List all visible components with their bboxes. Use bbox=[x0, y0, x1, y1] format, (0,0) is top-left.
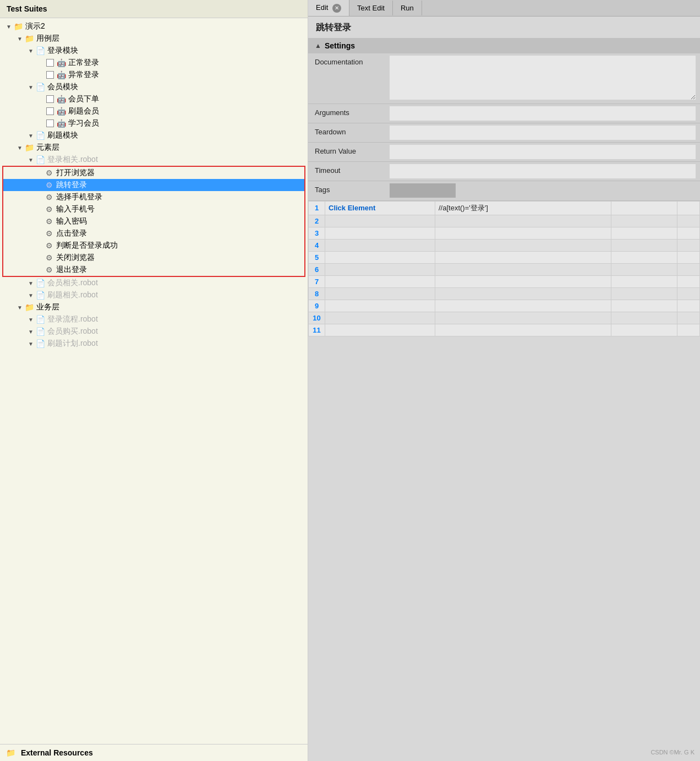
tree-item-exercise-related[interactable]: ▼ 📄 刷题相关.robot bbox=[0, 289, 308, 301]
cell-value[interactable] bbox=[435, 227, 611, 239]
cell-keyword[interactable] bbox=[325, 251, 435, 263]
tree-item-member-order[interactable]: 🤖 会员下单 bbox=[0, 93, 308, 105]
cell-value[interactable] bbox=[435, 324, 611, 336]
cell-extra-1[interactable] bbox=[611, 312, 677, 324]
cell-extra-1[interactable] bbox=[611, 239, 677, 251]
tree-item-jump-login[interactable]: ⚙ 跳转登录 bbox=[3, 179, 304, 191]
cell-extra-1[interactable] bbox=[611, 287, 677, 300]
cell-value[interactable] bbox=[435, 215, 611, 227]
row-number: 6 bbox=[309, 263, 325, 275]
tree-item-click-login[interactable]: ⚙ 点击登录 bbox=[3, 227, 304, 240]
cell-extra-1[interactable] bbox=[611, 251, 677, 263]
tree-item-exercise-plan[interactable]: ▼ 📄 刷题计划.robot bbox=[0, 338, 308, 350]
cell-extra-2[interactable] bbox=[677, 300, 700, 312]
cell-value[interactable] bbox=[435, 287, 611, 300]
timeout-input[interactable] bbox=[390, 164, 696, 178]
tree-item-member-related[interactable]: ▼ 📄 会员相关.robot bbox=[0, 277, 308, 289]
cell-extra-1[interactable] bbox=[611, 215, 677, 227]
gear-icon-jump: ⚙ bbox=[44, 180, 54, 190]
cell-extra-2[interactable] bbox=[677, 324, 700, 336]
tree-label-login-related: 登录相关.robot bbox=[47, 155, 98, 165]
cell-keyword[interactable] bbox=[325, 263, 435, 275]
bottom-bar[interactable]: 📁 External Resources bbox=[0, 744, 308, 761]
folder-key-icon-3: 📁 bbox=[24, 143, 34, 153]
cell-keyword[interactable] bbox=[325, 215, 435, 227]
cell-extra-1[interactable] bbox=[611, 324, 677, 336]
tab-run[interactable]: Run bbox=[393, 1, 422, 15]
cell-extra-2[interactable] bbox=[677, 312, 700, 324]
tree-item-use-case-layer[interactable]: ▼ 📁 用例层 bbox=[0, 32, 308, 45]
tab-text-edit-label: Text Edit bbox=[357, 4, 385, 12]
checkbox-abnormal-login[interactable] bbox=[46, 71, 54, 79]
cell-extra-1[interactable] bbox=[611, 201, 677, 215]
tree-item-login-module[interactable]: ▼ 📄 登录模块 bbox=[0, 45, 308, 57]
cell-value[interactable] bbox=[435, 251, 611, 263]
cell-value[interactable] bbox=[435, 239, 611, 251]
tree-label-select-phone: 选择手机登录 bbox=[56, 192, 102, 202]
cell-keyword[interactable] bbox=[325, 300, 435, 312]
checkbox-learning-member[interactable] bbox=[46, 119, 54, 127]
tree-item-member-module[interactable]: ▼ 📄 会员模块 bbox=[0, 81, 308, 93]
chevron-up-icon: ▲ bbox=[315, 42, 321, 50]
tree-item-element-layer[interactable]: ▼ 📁 元素层 bbox=[0, 142, 308, 154]
cell-extra-2[interactable] bbox=[677, 251, 700, 263]
cell-keyword[interactable] bbox=[325, 275, 435, 287]
cell-keyword[interactable] bbox=[325, 287, 435, 300]
row-number: 4 bbox=[309, 239, 325, 251]
tree-item-open-browser[interactable]: ⚙ 打开浏览器 bbox=[3, 167, 304, 179]
tree-item-logout[interactable]: ⚙ 退出登录 bbox=[3, 264, 304, 276]
arguments-input[interactable] bbox=[390, 106, 696, 121]
cell-extra-2[interactable] bbox=[677, 201, 700, 215]
tree-item-exercise-module[interactable]: ▼ 📄 刷题模块 bbox=[0, 129, 308, 142]
tree-item-member-sub[interactable]: 🤖 刷题会员 bbox=[0, 105, 308, 117]
cell-keyword[interactable] bbox=[325, 324, 435, 336]
return-value-input[interactable] bbox=[390, 145, 696, 159]
tab-edit-label: Edit bbox=[316, 3, 328, 12]
cell-keyword[interactable] bbox=[325, 312, 435, 324]
tree-item-member-purchase[interactable]: ▼ 📄 会员购买.robot bbox=[0, 325, 308, 338]
gear-icon-logout: ⚙ bbox=[44, 265, 54, 275]
cell-value[interactable] bbox=[435, 263, 611, 275]
cell-value[interactable]: //a[text()='登录'] bbox=[435, 201, 611, 215]
cell-value[interactable] bbox=[435, 312, 611, 324]
tree-item-business-layer[interactable]: ▼ 📁 业务层 bbox=[0, 301, 308, 313]
tree-item-learning-member[interactable]: 🤖 学习会员 bbox=[0, 117, 308, 129]
gear-icon-close-browser: ⚙ bbox=[44, 253, 54, 263]
checkbox-member-sub[interactable] bbox=[46, 107, 54, 115]
tree-item-normal-login[interactable]: 🤖 正常登录 bbox=[0, 57, 308, 69]
tree-item-input-phone[interactable]: ⚙ 输入手机号 bbox=[3, 203, 304, 215]
cell-extra-2[interactable] bbox=[677, 263, 700, 275]
tab-edit[interactable]: Edit ✕ bbox=[308, 0, 349, 16]
documentation-input[interactable] bbox=[390, 56, 696, 100]
cell-keyword[interactable] bbox=[325, 227, 435, 239]
tree-item-close-browser[interactable]: ⚙ 关闭浏览器 bbox=[3, 252, 304, 264]
teardown-input[interactable] bbox=[390, 126, 696, 140]
cell-keyword[interactable]: Click Element bbox=[325, 201, 435, 215]
cell-extra-1[interactable] bbox=[611, 275, 677, 287]
tree-item-demo2[interactable]: ▼ 📁 演示2 bbox=[0, 20, 308, 32]
tree-item-input-password[interactable]: ⚙ 输入密码 bbox=[3, 215, 304, 227]
tree-item-login-related[interactable]: ▼ 📄 登录相关.robot bbox=[0, 154, 308, 166]
tags-button[interactable] bbox=[390, 183, 456, 198]
tab-text-edit[interactable]: Text Edit bbox=[349, 1, 393, 15]
checkbox-normal-login[interactable] bbox=[46, 59, 54, 67]
tree-label-member-module: 会员模块 bbox=[47, 82, 78, 92]
cell-value[interactable] bbox=[435, 300, 611, 312]
settings-header[interactable]: ▲ Settings bbox=[308, 38, 700, 53]
cell-extra-2[interactable] bbox=[677, 239, 700, 251]
cell-extra-1[interactable] bbox=[611, 263, 677, 275]
checkbox-member-order[interactable] bbox=[46, 95, 54, 103]
tab-close-icon[interactable]: ✕ bbox=[332, 4, 341, 13]
cell-extra-1[interactable] bbox=[611, 300, 677, 312]
tree-item-select-phone[interactable]: ⚙ 选择手机登录 bbox=[3, 191, 304, 203]
tree-item-login-flow[interactable]: ▼ 📄 登录流程.robot bbox=[0, 313, 308, 325]
cell-extra-2[interactable] bbox=[677, 215, 700, 227]
cell-extra-2[interactable] bbox=[677, 275, 700, 287]
tree-item-abnormal-login[interactable]: 🤖 异常登录 bbox=[0, 69, 308, 81]
cell-extra-1[interactable] bbox=[611, 227, 677, 239]
tree-item-check-login[interactable]: ⚙ 判断是否登录成功 bbox=[3, 240, 304, 252]
cell-extra-2[interactable] bbox=[677, 287, 700, 300]
cell-extra-2[interactable] bbox=[677, 227, 700, 239]
cell-keyword[interactable] bbox=[325, 239, 435, 251]
cell-value[interactable] bbox=[435, 275, 611, 287]
